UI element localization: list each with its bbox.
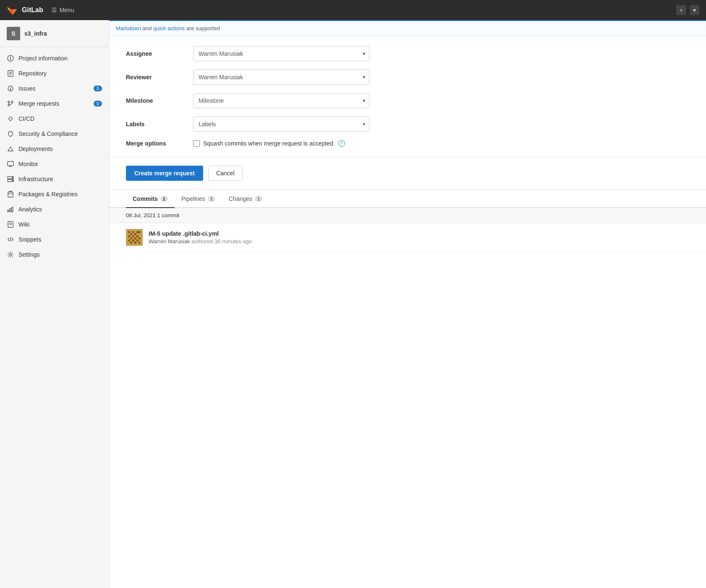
sidebar-item-snippets[interactable]: Snippets <box>0 232 109 247</box>
assignee-row: Assignee Warren Marusiak ▾ <box>126 46 689 61</box>
project-avatar: S <box>7 27 20 40</box>
action-section: Create merge request Cancel <box>109 157 706 190</box>
sidebar-item-monitor[interactable]: Monitor <box>0 156 109 172</box>
create-merge-request-button[interactable]: Create merge request <box>126 166 203 181</box>
security-icon <box>7 130 14 138</box>
labels-label: Labels <box>126 121 193 127</box>
merge-request-form: Assignee Warren Marusiak ▾ Reviewer Warr… <box>109 36 706 157</box>
svg-rect-36 <box>134 233 136 235</box>
sidebar-nav: Project information Repository Issues 0 <box>0 47 109 265</box>
assignee-select[interactable]: Warren Marusiak <box>193 46 369 61</box>
svg-point-10 <box>8 101 10 103</box>
tab-commits-label: Commits <box>133 195 158 202</box>
sidebar-item-cicd[interactable]: CI/CD <box>0 111 109 126</box>
brand-name: GitLab <box>22 6 43 14</box>
top-navigation: GitLab ☰ Menu + ▾ <box>0 0 706 20</box>
settings-icon <box>7 251 14 258</box>
svg-rect-48 <box>139 242 141 244</box>
sidebar-item-label: Project information <box>18 55 102 62</box>
reviewer-select[interactable]: Warren Marusiak <box>193 70 369 85</box>
sidebar-item-label: Settings <box>18 251 102 258</box>
svg-rect-37 <box>128 235 130 237</box>
tabs-section: Commits 1 Pipelines 1 Changes 1 <box>109 190 706 208</box>
sidebar-item-label: Deployments <box>18 146 102 152</box>
svg-rect-42 <box>139 237 141 239</box>
topnav-chevron-button[interactable]: ▾ <box>690 5 699 15</box>
tab-pipelines-badge: 1 <box>208 196 215 202</box>
merge-options-label: Merge options <box>126 140 193 147</box>
sidebar-item-repository[interactable]: Repository <box>0 66 109 81</box>
tab-changes-badge: 1 <box>255 196 262 202</box>
tab-changes[interactable]: Changes 1 <box>222 190 269 208</box>
svg-point-18 <box>12 177 13 178</box>
merge-options-content: Squash commits when merge request is acc… <box>193 140 345 147</box>
quick-actions-link[interactable]: quick actions <box>153 25 185 31</box>
sidebar: S s3_infra Project information Repositor… <box>0 20 109 588</box>
sidebar-item-label: Packages & Registries <box>18 191 102 198</box>
infrastructure-icon <box>7 175 14 183</box>
sidebar-item-merge-requests[interactable]: Merge requests 0 <box>0 96 109 111</box>
sidebar-item-label: Security & Compliance <box>18 130 102 137</box>
sidebar-item-project-information[interactable]: Project information <box>0 51 109 66</box>
tab-pipelines-label: Pipelines <box>181 195 205 202</box>
sidebar-item-issues[interactable]: Issues 0 <box>0 81 109 96</box>
cicd-icon <box>7 115 14 122</box>
project-header[interactable]: S s3_infra <box>0 20 109 47</box>
sidebar-item-label: Wiki <box>18 221 102 228</box>
assignee-select-wrapper: Warren Marusiak ▾ <box>193 46 369 61</box>
milestone-select[interactable]: Milestone <box>193 93 369 108</box>
labels-select[interactable]: Labels <box>193 117 369 132</box>
tab-commits[interactable]: Commits 1 <box>126 190 175 208</box>
project-name: s3_infra <box>24 30 47 37</box>
menu-button[interactable]: ☰ Menu <box>52 7 74 13</box>
issues-icon <box>7 85 14 92</box>
packages-icon <box>7 190 14 198</box>
sidebar-item-label: Merge requests <box>18 100 89 107</box>
sidebar-item-deployments[interactable]: Deployments <box>0 141 109 156</box>
sidebar-item-packages-registries[interactable]: Packages & Registries <box>0 187 109 202</box>
tab-pipelines[interactable]: Pipelines 1 <box>175 190 222 208</box>
svg-point-19 <box>12 180 13 181</box>
brand-logo[interactable]: GitLab <box>7 4 43 16</box>
squash-commits-checkbox[interactable] <box>193 140 200 147</box>
svg-rect-2 <box>10 57 11 57</box>
sidebar-item-settings[interactable]: Settings <box>0 247 109 262</box>
assignee-label: Assignee <box>126 50 193 57</box>
reviewer-row: Reviewer Warren Marusiak ▾ <box>126 70 689 85</box>
merge-icon <box>7 100 14 107</box>
analytics-icon <box>7 206 14 213</box>
help-icon[interactable]: ? <box>338 140 345 147</box>
svg-rect-41 <box>134 237 136 239</box>
wiki-icon <box>7 221 14 228</box>
svg-line-28 <box>10 237 11 242</box>
cancel-button[interactable]: Cancel <box>208 166 243 181</box>
gitlab-icon <box>7 4 18 16</box>
hamburger-icon: ☰ <box>52 7 57 13</box>
sidebar-item-label: Infrastructure <box>18 176 102 182</box>
new-item-button[interactable]: + <box>676 5 686 15</box>
svg-rect-35 <box>130 233 132 235</box>
svg-rect-40 <box>130 237 132 239</box>
monitor-icon <box>7 160 14 168</box>
svg-rect-20 <box>8 192 13 197</box>
sidebar-item-label: Repository <box>18 70 102 77</box>
sidebar-item-wiki[interactable]: Wiki <box>0 217 109 232</box>
issues-badge: 0 <box>94 86 102 91</box>
markdown-link[interactable]: Markdown <box>116 25 141 31</box>
svg-rect-47 <box>134 242 136 244</box>
menu-label: Menu <box>60 7 74 13</box>
sidebar-item-security-compliance[interactable]: Security & Compliance <box>0 126 109 141</box>
sidebar-item-infrastructure[interactable]: Infrastructure <box>0 172 109 187</box>
sidebar-item-analytics[interactable]: Analytics <box>0 202 109 217</box>
milestone-label: Milestone <box>126 97 193 104</box>
commits-date-header: 08 Jul, 2021 1 commit <box>109 208 706 223</box>
tab-changes-label: Changes <box>229 195 252 202</box>
topnav-right: + ▾ <box>676 5 699 15</box>
info-icon <box>7 55 14 62</box>
commit-meta: Warren Marusiak authored 36 minutes ago <box>149 238 252 245</box>
labels-row: Labels Labels ▾ <box>126 117 689 132</box>
main-content: Markdown and quick actions are supported… <box>109 20 706 588</box>
merge-requests-badge: 0 <box>94 101 102 107</box>
commits-section: 08 Jul, 2021 1 commit <box>109 208 706 252</box>
avatar-image <box>126 229 143 246</box>
